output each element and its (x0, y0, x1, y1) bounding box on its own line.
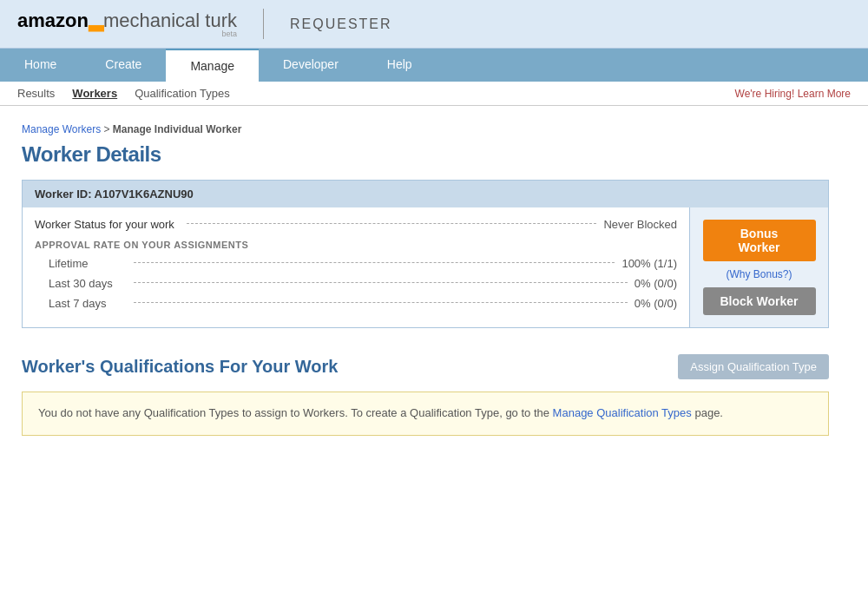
subnav-qualification-types[interactable]: Qualification Types (135, 87, 230, 100)
warning-text: You do not have any Qualification Types … (38, 406, 549, 419)
warning-end: page. (694, 406, 723, 419)
worker-info: Worker Status for your work Never Blocke… (23, 207, 689, 327)
subnav-results[interactable]: Results (17, 87, 55, 100)
manage-qualification-types-link[interactable]: Manage Qualification Types (553, 406, 692, 419)
approval-30days-label: Last 30 days (49, 277, 127, 290)
subnav-left: Results Workers Qualification Types (17, 87, 230, 100)
logo-amazon: amazon▂mechanical turk (17, 10, 237, 31)
why-bonus-link[interactable]: (Why Bonus?) (726, 268, 792, 280)
breadcrumb-current: Manage Individual Worker (113, 123, 241, 135)
header-divider (263, 9, 264, 39)
nav-create[interactable]: Create (81, 49, 166, 82)
worker-card-body: Worker Status for your work Never Blocke… (23, 207, 828, 327)
subnav: Results Workers Qualification Types We'r… (0, 82, 868, 106)
worker-id-bar: Worker ID: A107V1K6AZNU90 (23, 181, 828, 207)
block-worker-button[interactable]: Block Worker (703, 287, 816, 315)
approval-30days-row: Last 30 days 0% (0/0) (35, 277, 677, 290)
breadcrumb-separator: > (104, 123, 110, 135)
breadcrumb: Manage Workers > Manage Individual Worke… (22, 123, 829, 135)
approval-7days-label: Last 7 days (49, 297, 127, 310)
hiring-link[interactable]: We're Hiring! Learn More (735, 88, 851, 100)
dotted-line-status (187, 223, 597, 224)
nav-manage[interactable]: Manage (166, 49, 259, 82)
nav-help[interactable]: Help (363, 49, 437, 82)
breadcrumb-parent[interactable]: Manage Workers (22, 123, 101, 135)
assign-qualification-button[interactable]: Assign Qualification Type (678, 354, 829, 379)
worker-status-row: Worker Status for your work Never Blocke… (35, 218, 677, 231)
approval-lifetime-value: 100% (1/1) (621, 257, 677, 270)
worker-status-label: Worker Status for your work (35, 218, 174, 231)
qualifications-section: Worker's Qualifications For Your Work As… (22, 354, 829, 436)
bonus-worker-button[interactable]: Bonus Worker (703, 220, 816, 261)
approval-7days-value: 0% (0/0) (635, 297, 677, 310)
approval-7days-row: Last 7 days 0% (0/0) (35, 297, 677, 310)
approval-lifetime-row: Lifetime 100% (1/1) (35, 257, 677, 270)
nav-home[interactable]: Home (0, 49, 81, 82)
dotted-line-7days (134, 302, 628, 303)
dotted-line-lifetime (134, 262, 615, 263)
nav: Home Create Manage Developer Help (0, 49, 868, 82)
warning-box: You do not have any Qualification Types … (22, 392, 829, 436)
approval-lifetime-label: Lifetime (49, 257, 127, 270)
page-title: Worker Details (22, 142, 829, 167)
qualifications-header: Worker's Qualifications For Your Work As… (22, 354, 829, 379)
qualifications-title: Worker's Qualifications For Your Work (22, 357, 338, 377)
worker-status-value: Never Blocked (603, 218, 677, 231)
requester-label: REQUESTER (290, 16, 392, 32)
nav-developer[interactable]: Developer (259, 49, 363, 82)
header: amazon▂mechanical turk beta REQUESTER (0, 0, 868, 49)
dotted-line-30days (134, 282, 628, 283)
main-content: Manage Workers > Manage Individual Worke… (0, 106, 851, 453)
approval-section-label: APPROVAL RATE ON YOUR ASSIGNMENTS (35, 240, 677, 250)
worker-card: Worker ID: A107V1K6AZNU90 Worker Status … (22, 180, 829, 328)
worker-actions: Bonus Worker (Why Bonus?) Block Worker (689, 207, 828, 327)
subnav-workers[interactable]: Workers (72, 87, 117, 100)
logo: amazon▂mechanical turk beta (17, 10, 237, 38)
approval-30days-value: 0% (0/0) (635, 277, 677, 290)
